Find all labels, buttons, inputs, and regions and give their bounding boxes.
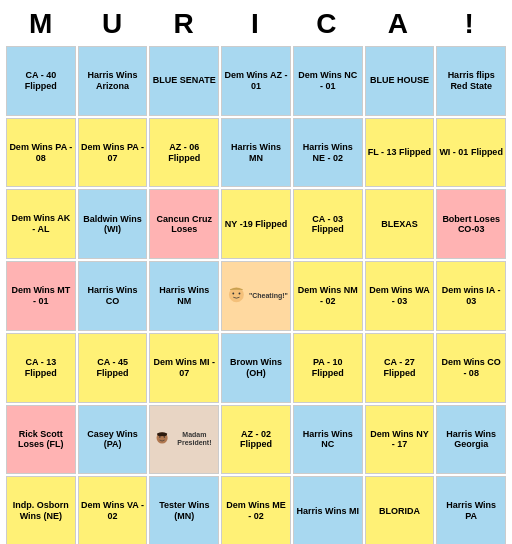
- cell-0-0: CA - 40 Flipped: [6, 46, 76, 116]
- cell-5-1: Casey Wins (PA): [78, 405, 148, 475]
- cell-5-0: Rick Scott Loses (FL): [6, 405, 76, 475]
- svg-point-1: [233, 293, 235, 295]
- cell-5-3: AZ - 02 Flipped: [221, 405, 291, 475]
- title-letter: A: [384, 8, 414, 40]
- cell-4-5: CA - 27 Flipped: [365, 333, 435, 403]
- cell-3-3: "Cheating!": [221, 261, 291, 331]
- cell-4-0: CA - 13 Flipped: [6, 333, 76, 403]
- cell-0-6: Harris flips Red State: [436, 46, 506, 116]
- title-letter: !: [455, 8, 485, 40]
- cell-1-0: Dem Wins PA - 08: [6, 118, 76, 188]
- cell-1-1: Dem Wins PA - 07: [78, 118, 148, 188]
- title-letter: U: [98, 8, 128, 40]
- cell-0-4: Dem Wins NC - 01: [293, 46, 363, 116]
- cell-2-5: BLEXAS: [365, 189, 435, 259]
- cell-2-2: Cancun Cruz Loses: [149, 189, 219, 259]
- svg-point-5: [164, 437, 166, 439]
- cell-2-4: CA - 03 Flipped: [293, 189, 363, 259]
- cell-5-2: Madam President!: [149, 405, 219, 475]
- cell-4-3: Brown Wins (OH): [221, 333, 291, 403]
- svg-point-2: [239, 293, 241, 295]
- cell-3-6: Dem wins IA - 03: [436, 261, 506, 331]
- title-letter: I: [241, 8, 271, 40]
- cell-3-2: Harris Wins NM: [149, 261, 219, 331]
- cell-0-3: Dem Wins AZ - 01: [221, 46, 291, 116]
- title-letter: M: [27, 8, 57, 40]
- cell-6-3: Dem Wins ME - 02: [221, 476, 291, 544]
- cell-6-5: BLORIDA: [365, 476, 435, 544]
- svg-point-4: [159, 437, 161, 439]
- cell-5-6: Harris Wins Georgia: [436, 405, 506, 475]
- bingo-title: MURICA!: [4, 4, 508, 44]
- cell-1-5: FL - 13 Flipped: [365, 118, 435, 188]
- cell-0-1: Harris Wins Arizona: [78, 46, 148, 116]
- cell-0-2: BLUE SENATE: [149, 46, 219, 116]
- cell-6-2: Tester Wins (MN): [149, 476, 219, 544]
- cell-6-4: Harris Wins MI: [293, 476, 363, 544]
- cell-5-4: Harris Wins NC: [293, 405, 363, 475]
- title-letter: C: [312, 8, 342, 40]
- cell-2-3: NY -19 Flipped: [221, 189, 291, 259]
- cell-6-6: Harris Wins PA: [436, 476, 506, 544]
- cell-6-0: Indp. Osborn Wins (NE): [6, 476, 76, 544]
- cell-3-5: Dem Wins WA - 03: [365, 261, 435, 331]
- cell-2-1: Baldwin Wins (WI): [78, 189, 148, 259]
- cell-4-6: Dem Wins CO - 08: [436, 333, 506, 403]
- cell-1-4: Harris Wins NE - 02: [293, 118, 363, 188]
- cell-1-2: AZ - 06 Flipped: [149, 118, 219, 188]
- cell-4-4: PA - 10 Flipped: [293, 333, 363, 403]
- bingo-grid: CA - 40 FlippedHarris Wins ArizonaBLUE S…: [4, 44, 508, 544]
- bingo-container: MURICA! CA - 40 FlippedHarris Wins Arizo…: [0, 0, 512, 544]
- cell-5-5: Dem Wins NY - 17: [365, 405, 435, 475]
- cell-2-0: Dem Wins AK - AL: [6, 189, 76, 259]
- cell-1-3: Harris Wins MN: [221, 118, 291, 188]
- cell-4-1: CA - 45 Flipped: [78, 333, 148, 403]
- cell-3-1: Harris Wins CO: [78, 261, 148, 331]
- cell-0-5: BLUE HOUSE: [365, 46, 435, 116]
- cell-4-2: Dem Wins MI - 07: [149, 333, 219, 403]
- cell-2-6: Bobert Loses CO-03: [436, 189, 506, 259]
- cell-6-1: Dem Wins VA - 02: [78, 476, 148, 544]
- cell-3-4: Dem Wins NM - 02: [293, 261, 363, 331]
- title-letter: R: [170, 8, 200, 40]
- cell-3-0: Dem Wins MT - 01: [6, 261, 76, 331]
- cell-1-6: WI - 01 Flipped: [436, 118, 506, 188]
